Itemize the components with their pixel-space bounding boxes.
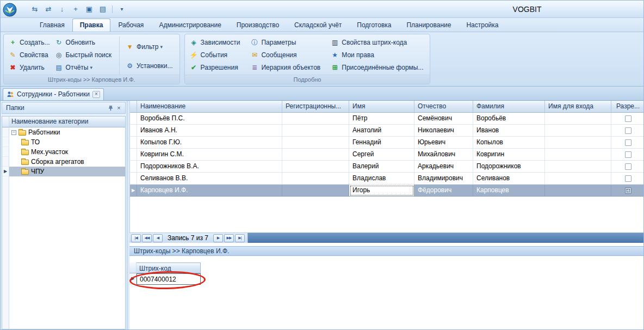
sync-icon[interactable]: ⇆ (29, 4, 41, 15)
tree-item-chpu[interactable]: ▶ ЧПУ (2, 167, 125, 176)
table-row[interactable]: Иванов А.Н. Анатолий Николаевич Иванов (130, 125, 644, 137)
tree-item-to[interactable]: ТО (2, 137, 125, 147)
cell-lastname[interactable]: Подорожников (473, 161, 545, 173)
column-header-lastname[interactable]: Фамилия (473, 101, 545, 113)
cell-firstname[interactable]: Геннадий (349, 137, 414, 149)
nav-first-button[interactable]: |◀ (131, 234, 141, 242)
cell-name[interactable]: Селиванов В.В. (137, 173, 282, 185)
tab-proizvodstvo[interactable]: Производство (229, 19, 287, 32)
doc-tab-close-icon[interactable]: × (92, 91, 100, 98)
permission-checkbox[interactable] (625, 151, 631, 158)
barcode-properties-button[interactable]: ▥Свойства штрих-кода (329, 36, 426, 48)
tree-column-header[interactable]: Наименование категории (9, 117, 125, 127)
quick-search-button[interactable]: ◎Быстрый поиск (53, 49, 115, 61)
tab-skladskoy-uchet[interactable]: Складской учёт (287, 19, 349, 32)
transfer-icon[interactable]: ⇄ (42, 4, 54, 15)
cell-login[interactable] (545, 149, 611, 161)
nav-next-page-button[interactable]: ▶▶ (224, 234, 234, 242)
tree-item-sborka-agregatov[interactable]: Сборка агрегатов (2, 157, 125, 167)
create-button[interactable]: +Создать... (7, 36, 53, 48)
cell-lastname[interactable]: Карповцев (473, 185, 545, 197)
cell-lastname[interactable]: Копылов (473, 137, 545, 149)
reports-button[interactable]: ▤Отчёты▾ (53, 62, 115, 74)
cell-firstname-editor[interactable]: Игорь (349, 185, 414, 197)
cell-firstname[interactable]: Валерий (349, 161, 414, 173)
table-row[interactable]: Селиванов В.В. Владислав Владимирович Се… (130, 173, 644, 185)
messages-button[interactable]: ✉Сообщения (249, 49, 324, 61)
cell-name[interactable]: Карповцев И.Ф. (137, 185, 282, 197)
column-header-name[interactable]: Наименование (137, 101, 282, 113)
cell-registration[interactable] (282, 185, 349, 197)
cell-registration[interactable] (282, 173, 349, 185)
cell-middlename[interactable]: Михайлович (414, 149, 473, 161)
cell-name[interactable]: Ковригин С.М. (137, 149, 282, 161)
cell-firstname[interactable]: Анатолий (349, 125, 414, 137)
cell-name[interactable]: Копылов Г.Ю. (137, 137, 282, 149)
cell-middlename[interactable]: Юрьевич (414, 137, 473, 149)
settings-button[interactable]: ⚙Установки... (124, 60, 176, 72)
cell-firstname[interactable]: Владислав (349, 173, 414, 185)
table-row[interactable]: Подорожников В.А. Валерий Аркадьевич Под… (130, 161, 644, 173)
add-icon[interactable]: + (70, 4, 82, 15)
tab-pravka[interactable]: Правка (72, 19, 111, 32)
nav-last-button[interactable]: ▶| (235, 234, 245, 242)
permissions-button[interactable]: ✔Разрешения (188, 62, 244, 74)
nav-prev-button[interactable]: ◀ (153, 234, 163, 242)
doc-tab-employees[interactable]: Сотрудники - Работники × (3, 88, 104, 100)
permission-checkbox[interactable] (625, 175, 631, 182)
tab-administrirovanie[interactable]: Администрирование (151, 19, 228, 32)
tab-rabochaya[interactable]: Рабочая (110, 19, 151, 32)
events-button[interactable]: ⚡События (188, 49, 244, 61)
tree-item-rabotniki[interactable]: − Работники (2, 127, 125, 137)
qat-overflow-icon[interactable]: ▾ (116, 4, 128, 15)
tab-planirovanie[interactable]: Планирование (399, 19, 459, 32)
import-icon[interactable]: ↓ (56, 4, 68, 15)
permission-checkbox[interactable] (625, 163, 631, 170)
column-header-firstname[interactable]: Имя (349, 101, 414, 113)
my-rights-button[interactable]: ★Мои права (329, 49, 426, 61)
cell-middlename[interactable]: Николаевич (414, 125, 473, 137)
pin-icon[interactable] (107, 104, 115, 112)
delete-button[interactable]: ✖Удалить (7, 62, 53, 74)
parameters-button[interactable]: ⓘПараметры (249, 36, 324, 48)
tab-nastroyka[interactable]: Настройка (459, 19, 506, 32)
dependencies-button[interactable]: ◈Зависимости (188, 36, 244, 48)
tab-glavnaya[interactable]: Главная (32, 19, 72, 32)
paste-icon[interactable]: ▤ (97, 4, 109, 15)
cell-name[interactable]: Подорожников В.А. (137, 161, 282, 173)
cell-registration[interactable] (282, 137, 349, 149)
cell-lastname[interactable]: Ковригин (473, 149, 545, 161)
permission-checkbox[interactable] (625, 115, 631, 122)
column-header-registration[interactable]: Регистрационны... (282, 101, 349, 113)
hierarchy-button[interactable]: ≣Иерархия объектов (249, 62, 324, 74)
cell-login[interactable] (545, 173, 611, 185)
cell-registration[interactable] (282, 149, 349, 161)
cell-registration[interactable] (282, 161, 349, 173)
cell-barcode-value[interactable]: 0007400012 (137, 273, 201, 285)
collapse-icon[interactable]: − (11, 130, 16, 135)
properties-button[interactable]: ✎Свойства (7, 49, 53, 61)
cell-registration[interactable] (282, 113, 349, 125)
cell-login[interactable] (545, 185, 611, 197)
tree-item-mekh-uchastok[interactable]: Мех.участок (2, 147, 125, 157)
cell-registration[interactable] (282, 125, 349, 137)
column-header-login[interactable]: Имя для входа (545, 101, 611, 113)
cell-login[interactable] (545, 137, 611, 149)
table-row[interactable]: Воробьёв П.С. Пётр Семёнович Воробьёв (130, 113, 644, 125)
table-row[interactable]: Ковригин С.М. Сергей Михайлович Ковригин (130, 149, 644, 161)
cell-login[interactable] (545, 113, 611, 125)
permission-checkbox[interactable] (625, 187, 631, 194)
cell-name[interactable]: Иванов А.Н. (137, 125, 282, 137)
cell-middlename[interactable]: Фёдорович (414, 185, 473, 197)
copy-icon[interactable]: ▣ (83, 4, 95, 15)
cell-lastname[interactable]: Воробьёв (473, 113, 545, 125)
cell-firstname[interactable]: Сергей (349, 149, 414, 161)
refresh-button[interactable]: ↻Обновить (53, 36, 115, 48)
nav-prev-page-button[interactable]: ◀◀ (142, 234, 152, 242)
barcode-row[interactable]: ▶ 0007400012 (129, 273, 644, 285)
table-row[interactable]: Копылов Г.Ю. Геннадий Юрьевич Копылов (130, 137, 644, 149)
cell-middlename[interactable]: Аркадьевич (414, 161, 473, 173)
table-row-selected[interactable]: ▶ Карповцев И.Ф. Игорь Фёдорович Карповц… (130, 185, 644, 197)
cell-firstname[interactable]: Пётр (349, 113, 414, 125)
cell-name[interactable]: Воробьёв П.С. (137, 113, 282, 125)
